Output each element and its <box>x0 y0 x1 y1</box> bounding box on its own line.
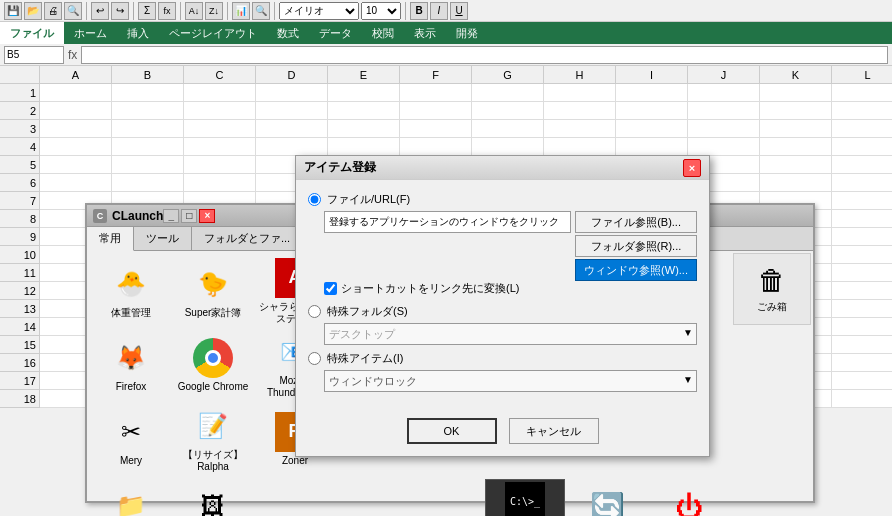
tab-data[interactable]: データ <box>309 22 362 44</box>
tab-pagelayout[interactable]: ページレイアウト <box>159 22 267 44</box>
special-item-select[interactable]: ウィンドウロック <box>324 370 697 392</box>
col-J[interactable]: J <box>688 66 760 84</box>
app-chrome[interactable]: Google Chrome <box>173 329 253 401</box>
cell-3-10[interactable] <box>760 120 832 138</box>
cell-4-0[interactable] <box>40 138 112 156</box>
cell-4-11[interactable] <box>832 138 892 156</box>
cell-1-0[interactable] <box>40 84 112 102</box>
claunch-close-btn[interactable]: × <box>199 209 215 223</box>
cell-5-1[interactable] <box>112 156 184 174</box>
window-click-input[interactable] <box>324 211 571 233</box>
cell-7-11[interactable] <box>832 192 892 210</box>
fx-icon[interactable]: fx <box>158 2 176 20</box>
cell-16-11[interactable] <box>832 354 892 372</box>
special-folder-select[interactable]: デスクトップ <box>324 323 697 345</box>
font-selector[interactable]: メイリオ <box>279 2 359 20</box>
cell-3-6[interactable] <box>472 120 544 138</box>
cell-2-1[interactable] <box>112 102 184 120</box>
cell-4-8[interactable] <box>616 138 688 156</box>
cell-4-4[interactable] <box>328 138 400 156</box>
cell-4-9[interactable] <box>688 138 760 156</box>
cell-3-2[interactable] <box>184 120 256 138</box>
app-mery[interactable]: 📝 【リサイズ】 Ralpha <box>173 403 253 475</box>
app-cmd[interactable]: C:\>_ Command Prompt <box>485 479 565 516</box>
italic-icon[interactable]: I <box>430 2 448 20</box>
cell-9-11[interactable] <box>832 228 892 246</box>
cell-3-4[interactable] <box>328 120 400 138</box>
file-browse-btn[interactable]: ファイル参照(B)... <box>575 211 697 233</box>
print-icon[interactable]: 🖨 <box>44 2 62 20</box>
cell-2-9[interactable] <box>688 102 760 120</box>
redo-icon[interactable]: ↪ <box>111 2 129 20</box>
cell-3-8[interactable] <box>616 120 688 138</box>
cell-5-2[interactable] <box>184 156 256 174</box>
cell-4-2[interactable] <box>184 138 256 156</box>
cell-6-10[interactable] <box>760 174 832 192</box>
fontsize-selector[interactable]: 10 <box>361 2 401 20</box>
cell-1-8[interactable] <box>616 84 688 102</box>
col-F[interactable]: F <box>400 66 472 84</box>
search-icon[interactable]: 🔍 <box>252 2 270 20</box>
cell-1-9[interactable] <box>688 84 760 102</box>
col-D[interactable]: D <box>256 66 328 84</box>
cell-2-10[interactable] <box>760 102 832 120</box>
tab-formulas[interactable]: 数式 <box>267 22 309 44</box>
tab-review[interactable]: 校閲 <box>362 22 404 44</box>
claunch-tab-folders[interactable]: フォルダとファ... <box>192 227 303 250</box>
cell-1-7[interactable] <box>544 84 616 102</box>
cell-4-6[interactable] <box>472 138 544 156</box>
col-K[interactable]: K <box>760 66 832 84</box>
cell-4-7[interactable] <box>544 138 616 156</box>
cell-6-1[interactable] <box>112 174 184 192</box>
special-item-radio[interactable] <box>308 352 321 365</box>
cell-2-0[interactable] <box>40 102 112 120</box>
tab-home[interactable]: ホーム <box>64 22 117 44</box>
name-box[interactable] <box>4 46 64 64</box>
cell-3-9[interactable] <box>688 120 760 138</box>
col-I[interactable]: I <box>616 66 688 84</box>
cell-4-10[interactable] <box>760 138 832 156</box>
shortcut-checkbox[interactable] <box>324 282 337 295</box>
cell-18-11[interactable] <box>832 390 892 408</box>
cell-8-11[interactable] <box>832 210 892 228</box>
col-L[interactable]: L <box>832 66 892 84</box>
save-icon[interactable]: 💾 <box>4 2 22 20</box>
cell-3-5[interactable] <box>400 120 472 138</box>
cell-1-6[interactable] <box>472 84 544 102</box>
undo-icon[interactable]: ↩ <box>91 2 109 20</box>
folder-browse-btn[interactable]: フォルダ参照(R)... <box>575 235 697 257</box>
cell-13-11[interactable] <box>832 300 892 318</box>
open-icon[interactable]: 📂 <box>24 2 42 20</box>
sort-asc-icon[interactable]: A↓ <box>185 2 203 20</box>
sigma-icon[interactable]: Σ <box>138 2 156 20</box>
cell-1-3[interactable] <box>256 84 328 102</box>
cell-3-11[interactable] <box>832 120 892 138</box>
tab-file[interactable]: ファイル <box>0 22 64 44</box>
preview-icon[interactable]: 🔍 <box>64 2 82 20</box>
cell-3-0[interactable] <box>40 120 112 138</box>
cell-2-11[interactable] <box>832 102 892 120</box>
app-firefox[interactable]: 🦊 Firefox <box>91 329 171 401</box>
app-shutdown[interactable]: ⏻ シャットダウン <box>649 479 729 516</box>
cell-2-7[interactable] <box>544 102 616 120</box>
cell-14-11[interactable] <box>832 318 892 336</box>
cell-3-7[interactable] <box>544 120 616 138</box>
ok-button[interactable]: OK <box>407 418 497 444</box>
cell-12-11[interactable] <box>832 282 892 300</box>
tab-insert[interactable]: 挿入 <box>117 22 159 44</box>
chart-icon[interactable]: 📊 <box>232 2 250 20</box>
cell-5-0[interactable] <box>40 156 112 174</box>
cell-2-2[interactable] <box>184 102 256 120</box>
cell-15-11[interactable] <box>832 336 892 354</box>
app-restart[interactable]: 🔄 再起動 <box>567 479 647 516</box>
cell-11-11[interactable] <box>832 264 892 282</box>
bold-icon[interactable]: B <box>410 2 428 20</box>
cell-4-1[interactable] <box>112 138 184 156</box>
app-snipping[interactable]: ✂ Mery <box>91 403 171 475</box>
col-C[interactable]: C <box>184 66 256 84</box>
cell-5-10[interactable] <box>760 156 832 174</box>
cell-1-1[interactable] <box>112 84 184 102</box>
tab-developer[interactable]: 開発 <box>446 22 488 44</box>
window-ref-btn[interactable]: ウィンドウ参照(W)... <box>575 259 697 281</box>
cell-2-5[interactable] <box>400 102 472 120</box>
